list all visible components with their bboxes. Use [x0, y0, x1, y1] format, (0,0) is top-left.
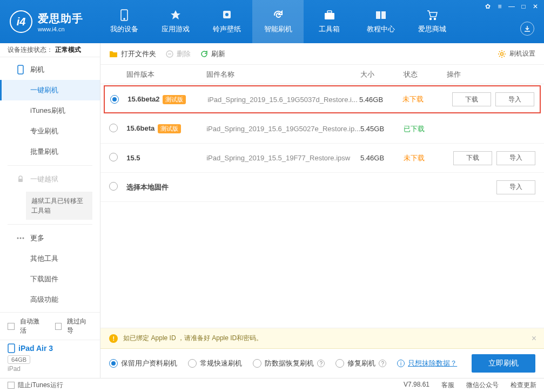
svg-rect-8 [18, 65, 23, 74]
nav-ringtones[interactable]: 铃声壁纸 [201, 0, 252, 43]
firmware-version: 15.6beta2 [127, 95, 159, 103]
flash-now-button[interactable]: 立即刷机 [472, 354, 535, 373]
sidebar-download-firmware[interactable]: 下载固件 [0, 269, 100, 289]
check-update-link[interactable]: 检查更新 [511, 381, 536, 390]
device-icon [118, 9, 130, 21]
toolbar: 打开文件夹 删除 刷新 刷机设置 [100, 43, 544, 65]
top-nav: 我的设备 应用游戏 铃声壁纸 智能刷机 工具箱 教程中心 爱思商城 [98, 0, 458, 43]
skin-icon[interactable]: ✿ [482, 2, 493, 11]
download-manager-icon[interactable] [520, 22, 534, 36]
sidebar-batch-flash[interactable]: 批量刷机 [0, 141, 100, 162]
status-bar: 阻止iTunes运行 V7.98.61 客服 微信公众号 检查更新 [0, 378, 544, 392]
refresh-icon [200, 50, 208, 58]
import-button[interactable]: 导入 [496, 151, 535, 165]
opt-quick[interactable]: 常规快速刷机 [188, 359, 242, 368]
svg-point-6 [429, 18, 431, 20]
flash-settings-button[interactable]: 刷机设置 [498, 49, 535, 58]
delete-icon [166, 50, 173, 58]
svg-point-1 [124, 18, 125, 19]
more-icon [16, 234, 25, 242]
alert-close-icon[interactable]: × [532, 334, 536, 343]
row-radio[interactable] [109, 182, 118, 191]
erase-link[interactable]: i只想抹除数据？ [397, 359, 457, 368]
col-name: 固件名称 [206, 70, 360, 79]
refresh-button[interactable]: 刷新 [200, 49, 225, 59]
svg-rect-9 [18, 179, 23, 182]
firmware-row[interactable]: 选择本地固件导入 [100, 173, 544, 202]
svg-rect-5 [327, 11, 332, 13]
skip-guide-checkbox[interactable] [55, 323, 62, 330]
sidebar-other-tools[interactable]: 其他工具 [0, 248, 100, 269]
sidebar-flash-group[interactable]: 刷机 [0, 59, 100, 80]
book-icon [375, 9, 387, 21]
col-size: 大小 [360, 70, 404, 79]
import-button[interactable]: 导入 [496, 180, 535, 194]
col-version: 固件版本 [126, 70, 206, 79]
firmware-version: 15.6beta [126, 124, 155, 132]
main-panel: 打开文件夹 删除 刷新 刷机设置 固件版本 固件名称 大小 状态 操作 15.6… [100, 43, 544, 378]
menu-icon[interactable]: ≡ [494, 2, 505, 11]
sidebar-advanced[interactable]: 高级功能 [0, 289, 100, 310]
row-radio[interactable] [109, 153, 118, 161]
open-folder-button[interactable]: 打开文件夹 [109, 49, 156, 59]
firmware-filename: iPad_Spring_2019_15.6_19G5037d_Restore.i… [207, 96, 359, 104]
music-icon [221, 9, 233, 21]
device-type: iPad [8, 365, 92, 373]
firmware-version: 选择本地固件 [126, 183, 169, 191]
svg-rect-13 [8, 344, 15, 353]
opt-keep-data[interactable]: 保留用户资料刷机 [109, 359, 177, 368]
help-icon[interactable]: ? [317, 360, 325, 367]
svg-point-7 [434, 18, 435, 20]
lock-icon [16, 175, 25, 184]
sidebar: 设备连接状态：正常模式 刷机 一键刷机 iTunes刷机 专业刷机 批量刷机 一… [0, 43, 100, 378]
sidebar-jailbreak: 一键越狱 [0, 169, 100, 190]
wechat-link[interactable]: 微信公众号 [466, 381, 499, 390]
flash-icon [16, 65, 25, 74]
block-itunes-label: 阻止iTunes运行 [18, 381, 63, 390]
col-status: 状态 [404, 70, 447, 79]
firmware-row[interactable]: 15.6beta2测试版iPad_Spring_2019_15.6_19G503… [104, 85, 541, 113]
firmware-row[interactable]: 15.5iPad_Spring_2019_15.5_19F77_Restore.… [100, 144, 544, 173]
maximize-icon[interactable]: □ [518, 2, 529, 11]
svg-point-15 [501, 52, 503, 55]
nav-store[interactable]: 爱思商城 [406, 0, 458, 43]
skip-guide-label: 跳过向导 [67, 317, 92, 335]
download-button[interactable]: 下载 [452, 92, 491, 106]
auto-activate-checkbox[interactable] [8, 323, 15, 330]
svg-rect-4 [325, 13, 334, 19]
beta-tag: 测试版 [163, 95, 186, 104]
firmware-filename: iPad_Spring_2019_15.6_19G5027e_Restore.i… [206, 125, 360, 133]
download-button[interactable]: 下载 [453, 151, 492, 165]
nav-my-device[interactable]: 我的设备 [98, 0, 150, 43]
minimize-icon[interactable]: — [506, 2, 517, 11]
col-action: 操作 [447, 70, 535, 79]
close-icon[interactable]: ✕ [530, 2, 541, 11]
toolbox-icon [324, 9, 335, 21]
nav-toolbox[interactable]: 工具箱 [304, 0, 355, 43]
sidebar-itunes-flash[interactable]: iTunes刷机 [0, 100, 100, 121]
window-controls: ✿ ≡ — □ ✕ [482, 2, 541, 11]
svg-point-3 [225, 13, 229, 16]
nav-flash[interactable]: 智能刷机 [252, 0, 304, 43]
block-itunes-checkbox[interactable] [8, 382, 15, 389]
cart-icon [426, 9, 438, 21]
sidebar-oneclick-flash[interactable]: 一键刷机 [0, 80, 100, 100]
sidebar-pro-flash[interactable]: 专业刷机 [0, 121, 100, 141]
nav-apps[interactable]: 应用游戏 [150, 0, 201, 43]
firmware-row[interactable]: 15.6beta测试版iPad_Spring_2019_15.6_19G5027… [100, 114, 544, 144]
help-icon[interactable]: ? [379, 360, 386, 367]
import-button[interactable]: 导入 [495, 92, 534, 106]
opt-repair[interactable]: 修复刷机? [335, 359, 386, 368]
info-icon: i [397, 360, 405, 367]
nav-tutorials[interactable]: 教程中心 [355, 0, 406, 43]
auto-activate-label: 自动激活 [20, 317, 45, 335]
firmware-status: 未下载 [402, 94, 446, 104]
row-radio[interactable] [109, 124, 118, 132]
sidebar-more-group[interactable]: 更多 [0, 228, 100, 248]
firmware-version: 15.5 [126, 154, 140, 162]
delete-button: 删除 [166, 49, 191, 59]
support-link[interactable]: 客服 [441, 381, 454, 390]
opt-anti-recover[interactable]: 防数据恢复刷机? [253, 359, 325, 368]
device-name[interactable]: iPad Air 3 [8, 343, 92, 353]
row-radio[interactable] [110, 95, 119, 104]
